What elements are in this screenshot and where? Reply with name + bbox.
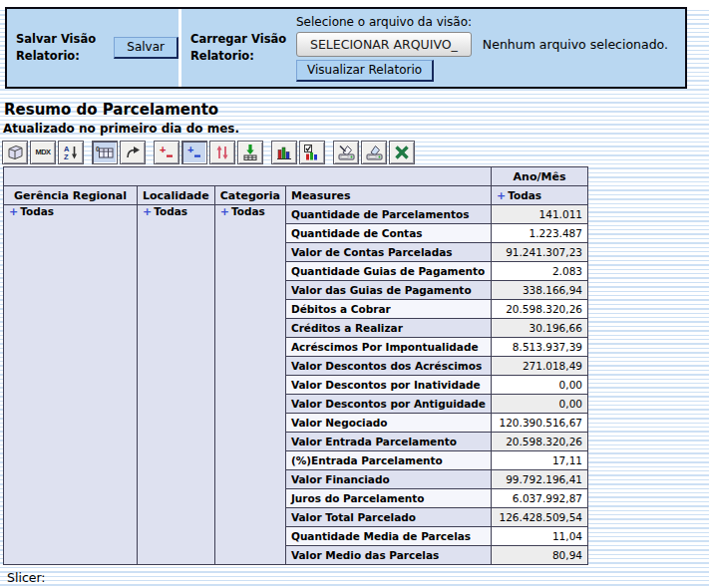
- measure-value-cell: 80,94: [492, 546, 588, 565]
- measure-value-cell: 20.598.320,26: [492, 300, 588, 319]
- file-status-text: Nenhum arquivo selecionado.: [483, 37, 668, 52]
- column-axis-header: Ano/Mês: [492, 167, 588, 186]
- column-header-measures: Measures: [285, 186, 491, 205]
- expand-icon[interactable]: +: [497, 189, 506, 202]
- measure-value-cell: 2.083: [492, 262, 588, 281]
- measure-value-cell: 0,00: [492, 376, 588, 395]
- pivot-table: Ano/Mês Gerência Regional Localidade Cat…: [3, 166, 588, 565]
- drill-position-button[interactable]: +: [181, 141, 207, 164]
- measure-value-cell: 141.011: [492, 205, 588, 224]
- measure-name-cell: Débitos a Cobrar: [285, 300, 491, 319]
- print-pdf-button[interactable]: [361, 141, 387, 164]
- report-controls-panel: Salvar Visão Relatorio: Salvar Carregar …: [5, 7, 687, 89]
- swap-axes-icon: [124, 144, 142, 161]
- column-header-categoria: Categoria: [214, 186, 285, 205]
- expand-icon[interactable]: +: [220, 205, 229, 218]
- mdx-editor-button[interactable]: MDX: [30, 141, 56, 164]
- pivot-toolbar: MDXAZ0++: [2, 140, 709, 164]
- column-header-gerencia-regional: Gerência Regional: [4, 186, 138, 205]
- print-icon: [365, 144, 384, 161]
- chart-icon: [275, 144, 293, 161]
- export-excel-button[interactable]: [389, 141, 415, 164]
- suppress-empty-icon: 0: [95, 144, 115, 161]
- member-label: Todas: [20, 205, 54, 217]
- corner-cell: [4, 167, 492, 186]
- measure-value-cell: 1.223.487: [492, 224, 588, 243]
- measure-name-cell: Juros do Parcelamento: [285, 489, 491, 508]
- measure-name-cell: Valor Medio das Parcelas: [285, 546, 491, 565]
- olap-navigator-button[interactable]: [2, 141, 28, 164]
- column-member-cell[interactable]: +Todas: [492, 186, 588, 205]
- drill-replace-icon: [213, 144, 231, 161]
- measure-name-cell: (%)Entrada Parcelamento: [285, 451, 491, 470]
- drill-member-button[interactable]: +: [154, 141, 179, 164]
- measure-name-cell: Valor Negociado: [285, 414, 491, 433]
- dimension-member-gerencia-regional[interactable]: +Todas: [4, 205, 138, 565]
- dimension-member-localidade[interactable]: +Todas: [138, 205, 215, 565]
- measure-name-cell: Quantidade de Parcelamentos: [285, 205, 491, 224]
- svg-text:+: +: [187, 144, 193, 155]
- sort-icon: AZ: [62, 144, 80, 161]
- drill-replace-button[interactable]: [209, 141, 235, 164]
- measure-name-cell: Quantidade de Contas: [285, 224, 491, 243]
- drill-through-icon: [241, 144, 259, 161]
- load-view-section: Carregar Visão Relatorio: Selecione o ar…: [181, 9, 685, 87]
- measure-name-cell: Valor Total Parcelado: [285, 508, 491, 527]
- mdx-icon: MDX: [35, 147, 50, 156]
- svg-text:Z: Z: [64, 152, 69, 161]
- measure-value-cell: 0,00: [492, 395, 588, 414]
- save-view-section: Salvar Visão Relatorio: Salvar: [7, 9, 178, 87]
- measure-value-cell: 120.390.516,67: [492, 414, 588, 433]
- expand-icon[interactable]: +: [9, 205, 18, 218]
- page-subtitle: Atualizado no primeiro dia do mes.: [3, 122, 709, 136]
- measure-name-cell: Valor Descontos por Antiguidade: [285, 395, 491, 414]
- axis-header-row: Ano/Mês: [4, 167, 588, 186]
- cube-icon: [6, 144, 25, 161]
- measure-value-cell: 20.598.320,26: [492, 433, 588, 451]
- chart-config-button[interactable]: [299, 141, 325, 164]
- measure-name-cell: Valor Descontos por Inatividade: [285, 376, 491, 395]
- page-background: Salvar Visão Relatorio: Salvar Carregar …: [0, 7, 709, 588]
- measure-value-cell: 99.792.196,41: [492, 470, 588, 489]
- measure-name-cell: Quantidade Media de Parcelas: [285, 527, 491, 546]
- sort-settings-button[interactable]: AZ: [58, 141, 84, 164]
- slicer-label: Slicer:: [7, 570, 709, 585]
- chart-config-icon: [303, 144, 321, 161]
- drill-member-icon: +: [158, 144, 176, 161]
- select-file-button[interactable]: SELECIONAR ARQUIVO_: [296, 32, 472, 57]
- print-config-button[interactable]: [333, 141, 359, 164]
- measure-name-cell: Valor das Guias de Pagamento: [285, 281, 491, 300]
- save-button[interactable]: Salvar: [114, 37, 178, 59]
- swap-axes-button[interactable]: [120, 141, 146, 164]
- measure-value-cell: 271.018,49: [492, 357, 588, 376]
- file-prompt-label: Selecione o arquivo da visão:: [296, 15, 472, 29]
- expand-icon[interactable]: +: [143, 205, 152, 218]
- print-config-icon: [337, 144, 356, 161]
- load-view-controls: Selecione o arquivo da visão: SELECIONAR…: [296, 15, 668, 82]
- drill-position-icon: +: [185, 144, 203, 161]
- file-input-row: SELECIONAR ARQUIVO_ Nenhum arquivo selec…: [296, 32, 668, 57]
- measure-value-cell: 8.513.937,39: [492, 338, 588, 357]
- measure-name-cell: Créditos a Realizar: [285, 319, 491, 338]
- member-label: Todas: [154, 205, 187, 217]
- measure-value-cell: 91.241.307,23: [492, 243, 588, 262]
- view-report-button[interactable]: Visualizar Relatorio: [296, 60, 434, 82]
- measure-name-cell: Valor Financiado: [285, 470, 491, 489]
- member-label: Todas: [508, 189, 541, 201]
- dimension-member-categoria[interactable]: +Todas: [214, 205, 285, 565]
- svg-text:+: +: [160, 144, 166, 155]
- member-label: Todas: [231, 205, 265, 217]
- suppress-empty-cells-button[interactable]: 0: [92, 141, 118, 164]
- drill-through-button[interactable]: [237, 141, 263, 164]
- save-view-label: Salvar Visão Relatorio:: [16, 31, 100, 64]
- load-view-label: Carregar Visão Relatorio:: [190, 31, 290, 64]
- column-header-localidade: Localidade: [138, 186, 215, 205]
- measure-value-cell: 6.037.992,87: [492, 489, 588, 508]
- measure-value-cell: 11,04: [492, 527, 588, 546]
- measure-value-cell: 30.196,66: [492, 319, 588, 338]
- measure-value-cell: 17,11: [492, 451, 588, 470]
- measure-value-cell: 126.428.509,54: [492, 508, 588, 527]
- show-chart-button[interactable]: [271, 141, 297, 164]
- excel-icon: [393, 144, 411, 161]
- measure-value-cell: 338.166,94: [492, 281, 588, 300]
